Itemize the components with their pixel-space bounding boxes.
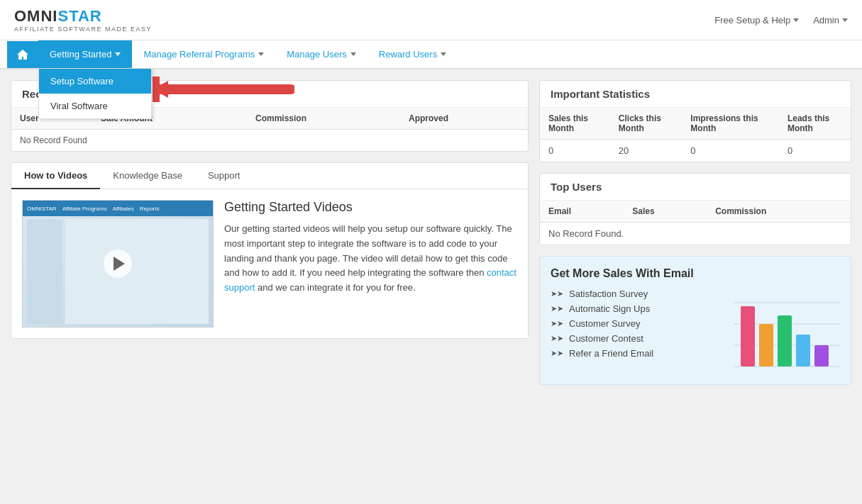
- header: OMNISTAR AFFILIATE SOFTWARE MADE EASY Fr…: [0, 0, 862, 40]
- left-column: Recent Commissions User Sale Amount Comm…: [11, 80, 529, 385]
- home-icon: [17, 50, 28, 60]
- right-column: Important Statistics Sales this Month Cl…: [539, 80, 851, 385]
- no-record-cell: No Record Found: [11, 130, 528, 152]
- tabs-panel: How to Videos Knowledge Base Support OMN…: [11, 162, 529, 339]
- top-users-title: Top Users: [540, 174, 851, 201]
- logo-area: OMNISTAR AFFILIATE SOFTWARE MADE EASY: [14, 7, 152, 33]
- col-commission: Commission: [707, 201, 851, 223]
- promo-content: ➤➤ Satisfaction Survey ➤➤ Automatic Sign…: [551, 289, 840, 374]
- manage-referral-nav[interactable]: Manage Referral Programs: [132, 40, 275, 68]
- getting-started-caret-icon: [115, 52, 121, 56]
- getting-started-menu: Setup Software Viral Software: [38, 68, 152, 119]
- tab-support[interactable]: Support: [195, 163, 253, 189]
- navbar: Getting Started Setup Software Viral Sof…: [0, 40, 862, 69]
- chart-svg: [734, 289, 840, 374]
- tab-how-to-videos[interactable]: How to Videos: [11, 163, 100, 189]
- tabs-header: How to Videos Knowledge Base Support: [11, 163, 528, 189]
- home-nav-button[interactable]: [7, 41, 38, 68]
- free-setup-caret-icon: [793, 18, 799, 22]
- svg-rect-7: [741, 306, 755, 366]
- arrow-indicator: [153, 77, 294, 102]
- stat-col-sales: Sales this Month: [540, 108, 610, 140]
- svg-rect-8: [759, 324, 773, 366]
- video-thumbnail[interactable]: OMNISTAR Affiliate Programs Affiliates R…: [22, 200, 214, 327]
- thumb-main: [65, 219, 209, 324]
- bullet-arrow-icon: ➤➤: [551, 319, 563, 328]
- free-setup-link[interactable]: Free Setup & Help: [714, 15, 799, 26]
- play-overlay: [104, 250, 132, 278]
- thumb-nav-bar: OMNISTAR Affiliate Programs Affiliates R…: [23, 201, 213, 216]
- stats-row: 0 20 0 0: [540, 140, 851, 162]
- admin-link[interactable]: Admin: [813, 15, 848, 26]
- logo: OMNISTAR: [14, 7, 152, 26]
- stat-col-impressions: Impressions this Month: [682, 108, 779, 140]
- top-users-panel: Top Users Email Sales Commission No Reco…: [539, 173, 851, 245]
- video-title: Getting Started Videos: [224, 200, 517, 215]
- top-users-table: Email Sales Commission No Record Found.: [540, 201, 851, 245]
- stat-clicks-value: 20: [610, 140, 682, 162]
- svg-rect-10: [796, 335, 810, 366]
- promo-list: ➤➤ Satisfaction Survey ➤➤ Automatic Sign…: [551, 289, 726, 363]
- logo-subtitle: AFFILIATE SOFTWARE MADE EASY: [14, 26, 152, 33]
- col-approved: Approved: [400, 108, 528, 130]
- email-promo-panel: Get More Sales With Email ➤➤ Satisfactio…: [539, 256, 851, 385]
- stat-leads-value: 0: [779, 140, 851, 162]
- bar-chart: [734, 289, 840, 374]
- play-triangle-icon: [114, 257, 125, 271]
- table-row: No Record Found.: [540, 223, 851, 245]
- getting-started-nav[interactable]: Getting Started: [38, 40, 132, 68]
- reward-users-nav[interactable]: Reward Users: [368, 40, 458, 68]
- stats-table: Sales this Month Clicks this Month Impre…: [540, 108, 851, 162]
- manage-users-caret-icon: [350, 52, 356, 56]
- bullet-arrow-icon: ➤➤: [551, 304, 563, 313]
- list-item: ➤➤ Automatic Sign Ups: [551, 303, 726, 314]
- video-description: Our getting started videos will help you…: [224, 222, 517, 296]
- top-users-no-record: No Record Found.: [540, 223, 851, 245]
- important-stats-panel: Important Statistics Sales this Month Cl…: [539, 80, 851, 162]
- admin-caret-icon: [842, 18, 848, 22]
- email-promo-title: Get More Sales With Email: [551, 267, 840, 280]
- list-item: ➤➤ Customer Contest: [551, 333, 726, 344]
- stat-sales-value: 0: [540, 140, 610, 162]
- col-sales: Sales: [624, 201, 707, 223]
- list-item: ➤➤ Satisfaction Survey: [551, 289, 726, 299]
- header-right: Free Setup & Help Admin: [714, 15, 848, 26]
- manage-users-nav[interactable]: Manage Users: [275, 40, 368, 68]
- thumb-sidebar: [27, 219, 62, 324]
- viral-software-item[interactable]: Viral Software: [39, 94, 151, 118]
- manage-referral-caret-icon: [258, 52, 264, 56]
- stat-col-leads: Leads this Month: [779, 108, 851, 140]
- setup-software-item[interactable]: Setup Software: [39, 69, 151, 94]
- getting-started-dropdown: Getting Started Setup Software Viral Sof…: [38, 40, 132, 68]
- list-item: ➤➤ Customer Survey: [551, 318, 726, 329]
- tab-knowledge-base[interactable]: Knowledge Base: [100, 163, 195, 189]
- svg-marker-2: [153, 81, 168, 98]
- stat-col-clicks: Clicks this Month: [610, 108, 682, 140]
- bullet-arrow-icon: ➤➤: [551, 334, 563, 343]
- tab-content-area: OMNISTAR Affiliate Programs Affiliates R…: [11, 189, 528, 338]
- bullet-arrow-icon: ➤➤: [551, 349, 563, 358]
- col-commission: Commission: [247, 108, 400, 130]
- stat-impressions-value: 0: [682, 140, 779, 162]
- svg-rect-9: [778, 315, 792, 366]
- video-text-area: Getting Started Videos Our getting start…: [224, 200, 517, 327]
- table-row: No Record Found: [11, 130, 528, 152]
- svg-rect-11: [814, 345, 829, 366]
- important-stats-title: Important Statistics: [540, 81, 851, 108]
- reward-users-caret-icon: [441, 52, 446, 56]
- list-item: ➤➤ Refer a Friend Email: [551, 348, 726, 359]
- col-email: Email: [540, 201, 624, 223]
- bullet-arrow-icon: ➤➤: [551, 289, 563, 298]
- red-arrow-icon: [153, 77, 294, 102]
